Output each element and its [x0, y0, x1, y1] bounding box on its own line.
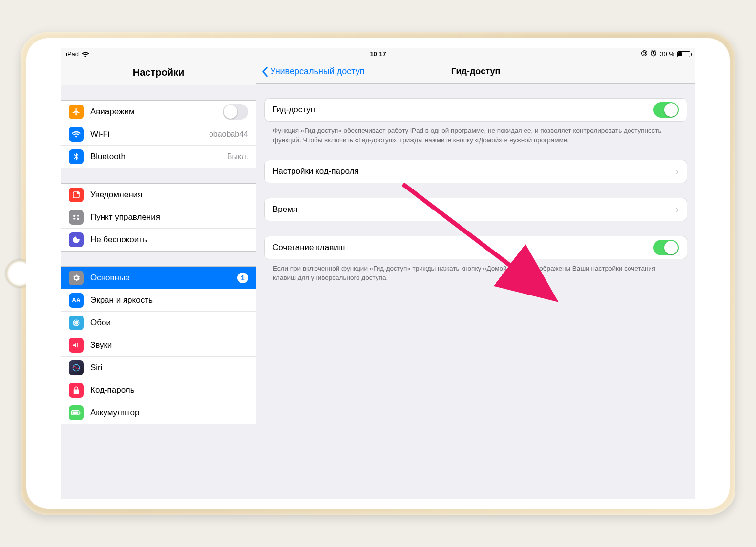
- svg-point-4: [73, 214, 76, 217]
- sidebar-item-wifi[interactable]: Wi-Fi obaobab44: [61, 123, 256, 146]
- display-icon: AA: [69, 293, 84, 308]
- detail-header: Универсальный доступ Гид-доступ: [256, 60, 695, 84]
- wifi-label: Wi-Fi: [90, 129, 209, 139]
- wallpaper-label: Обои: [90, 318, 248, 328]
- svg-point-3: [77, 191, 80, 194]
- svg-point-5: [77, 217, 80, 220]
- bluetooth-icon: [69, 149, 84, 164]
- svg-rect-13: [80, 412, 81, 413]
- sidebar-item-airplane[interactable]: Авиарежим: [61, 101, 256, 123]
- shortcut-row[interactable]: Сочетание клавиш: [265, 236, 687, 259]
- sidebar-item-general[interactable]: Основные 1: [61, 267, 256, 289]
- sidebar-item-wallpaper[interactable]: Обои: [61, 312, 256, 334]
- detail-pane: Универсальный доступ Гид-доступ Гид-дост…: [256, 60, 695, 499]
- time-row[interactable]: Время ›: [265, 198, 687, 221]
- svg-rect-6: [73, 218, 76, 219]
- general-badge: 1: [237, 273, 248, 283]
- detail-title: Гид-доступ: [451, 66, 501, 77]
- dnd-label: Не беспокоить: [90, 235, 248, 245]
- sidebar-item-bluetooth[interactable]: Bluetooth Выкл.: [61, 146, 256, 168]
- passcode-icon: [69, 383, 84, 398]
- airplane-toggle[interactable]: [223, 104, 248, 120]
- sidebar-item-battery[interactable]: Аккумулятор: [61, 401, 256, 424]
- guided-access-label: Гид-доступ: [273, 105, 653, 115]
- wallpaper-icon: [69, 316, 84, 330]
- wifi-menu-icon: [69, 127, 84, 142]
- settings-sidebar: Настройки Авиарежим Wi-Fi: [61, 60, 256, 499]
- wifi-value: obaobab44: [209, 130, 248, 139]
- svg-point-0: [642, 51, 647, 56]
- screen: iPad 10:17 30 % Настройки: [61, 48, 695, 499]
- control-center-label: Пункт управления: [90, 212, 248, 222]
- sidebar-item-sounds[interactable]: Звуки: [61, 334, 256, 357]
- bluetooth-value: Выкл.: [227, 152, 248, 161]
- shortcut-note: Если при включенной функции «Гид-доступ»…: [264, 259, 687, 283]
- device-label: iPad: [66, 50, 79, 58]
- status-time: 10:17: [370, 50, 386, 58]
- passcode-label: Код-пароль: [90, 385, 248, 395]
- sidebar-item-dnd[interactable]: Не беспокоить: [61, 229, 256, 251]
- chevron-left-icon: [261, 66, 268, 77]
- siri-icon: [69, 360, 84, 375]
- general-label: Основные: [90, 273, 233, 283]
- sidebar-item-notifications[interactable]: Уведомления: [61, 184, 256, 206]
- status-bar: iPad 10:17 30 %: [61, 48, 695, 60]
- shortcut-toggle[interactable]: [653, 240, 679, 255]
- shortcut-label: Сочетание клавиш: [273, 243, 653, 252]
- guided-access-row[interactable]: Гид-доступ: [265, 99, 687, 121]
- sounds-label: Звуки: [90, 340, 248, 350]
- svg-rect-12: [73, 412, 79, 414]
- back-button[interactable]: Универсальный доступ: [256, 66, 365, 77]
- dnd-icon: [69, 232, 84, 247]
- notifications-icon: [69, 188, 84, 202]
- ipad-frame: iPad 10:17 30 % Настройки: [21, 32, 735, 515]
- orientation-lock-icon: [641, 50, 648, 58]
- sounds-icon: [69, 338, 84, 353]
- airplane-label: Авиарежим: [90, 107, 223, 117]
- passcode-settings-label: Настройки код-пароля: [273, 167, 675, 176]
- battery-menu-icon: [69, 405, 84, 420]
- sidebar-item-passcode[interactable]: Код-пароль: [61, 379, 256, 401]
- wifi-icon: [82, 50, 89, 58]
- battery-percent: 30 %: [660, 50, 674, 58]
- sidebar-item-control-center[interactable]: Пункт управления: [61, 206, 256, 229]
- sidebar-item-siri[interactable]: Siri: [61, 357, 256, 379]
- battery-label: Аккумулятор: [90, 408, 248, 418]
- display-label: Экран и яркость: [90, 295, 248, 305]
- sidebar-item-display[interactable]: AA Экран и яркость: [61, 289, 256, 312]
- time-label: Время: [273, 205, 675, 214]
- sidebar-title: Настройки: [61, 60, 256, 85]
- passcode-settings-row[interactable]: Настройки код-пароля ›: [265, 160, 687, 183]
- chevron-right-icon: ›: [675, 204, 679, 215]
- chevron-right-icon: ›: [675, 166, 679, 177]
- siri-label: Siri: [90, 363, 248, 373]
- notifications-label: Уведомления: [90, 190, 248, 200]
- svg-rect-7: [77, 215, 80, 216]
- guided-access-toggle[interactable]: [653, 102, 679, 118]
- control-center-icon: [69, 210, 84, 225]
- back-label: Универсальный доступ: [270, 66, 365, 77]
- alarm-icon: [651, 50, 657, 58]
- bluetooth-label: Bluetooth: [90, 152, 227, 162]
- guided-access-note: Функция «Гид-доступ» обеспечивает работу…: [264, 122, 687, 145]
- battery-icon: [677, 51, 690, 57]
- airplane-icon: [69, 105, 84, 119]
- general-icon: [69, 271, 84, 285]
